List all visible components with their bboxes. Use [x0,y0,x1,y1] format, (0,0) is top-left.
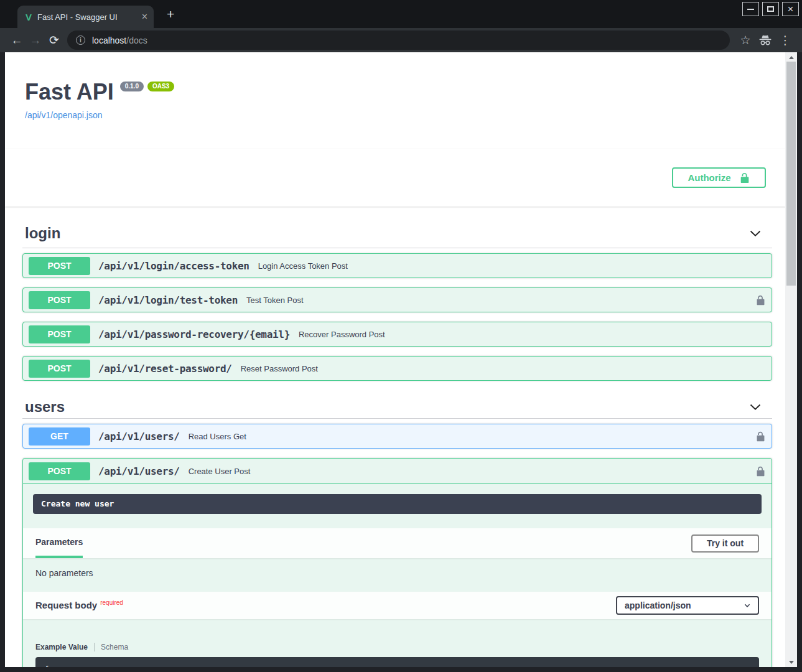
operation-summary: Login Access Token Post [258,261,348,271]
site-info-icon[interactable]: i [76,35,85,45]
bookmark-star-icon[interactable]: ☆ [736,33,755,47]
forward-icon[interactable]: → [26,34,45,47]
browser-titlebar: V Fast API - Swagger UI × + × [0,0,802,28]
tab-title: Fast API - Swagger UI [37,12,135,22]
required-label: required [100,599,123,606]
operation-body: Create new user Parameters Try it out No… [23,494,772,667]
operation-summary: Test Token Post [246,296,304,305]
chevron-down-icon [748,226,770,240]
scroll-up-icon[interactable] [785,53,797,62]
method-badge: GET [29,427,90,446]
operation-row-login-test-token[interactable]: POST /api/v1/login/test-token Test Token… [22,287,772,312]
operation-description: Create new user [33,494,762,514]
chevron-down-icon [744,602,751,609]
reload-icon[interactable]: ⟳ [45,33,63,47]
page-content: Fast API 0.1.0 OAS3 /api/v1/openapi.json… [5,52,785,667]
operation-path: /api/v1/users/ [98,431,180,442]
operation-path: /api/v1/password-recovery/{email} [98,329,290,340]
incognito-icon [755,33,776,48]
parameters-header: Parameters Try it out [23,528,772,558]
authorize-label: Authorize [688,172,730,183]
unlocked-padlock-icon [739,172,750,184]
operation-row-password-recovery[interactable]: POST /api/v1/password-recovery/{email} R… [22,322,772,347]
tag-section-login: login POST /api/v1/login/access-token Lo… [22,219,772,381]
operation-block-create-user: POST /api/v1/users/ Create User Post Cre… [22,458,772,667]
request-body-label: Request body [35,600,97,611]
url-path: /docs [126,35,147,45]
operation-summary: Recover Password Post [299,330,385,339]
api-info: Fast API 0.1.0 OAS3 /api/v1/openapi.json [5,52,785,121]
try-it-out-button[interactable]: Try it out [691,534,759,553]
authorize-button[interactable]: Authorize [672,167,766,188]
chevron-down-icon [748,400,770,414]
browser-menu-icon[interactable]: ⋮ [776,33,795,47]
unlocked-padlock-icon [755,295,766,306]
method-badge: POST [29,462,90,480]
example-area: Example Value Schema { [23,619,772,667]
media-type-value: application/json [625,600,691,610]
oas3-badge: OAS3 [147,82,174,91]
model-tabs: Example Value Schema [35,642,759,652]
section-header-users[interactable]: users [22,396,772,419]
operation-path: /api/v1/users/ [98,465,180,477]
back-icon[interactable]: ← [7,34,26,47]
operation-row-login-access-token[interactable]: POST /api/v1/login/access-token Login Ac… [22,253,772,278]
tab-close-icon[interactable]: × [141,12,149,22]
scheme-container: Authorize [5,149,785,207]
minimize-icon [747,9,754,10]
operation-summary: Reset Password Post [241,364,318,373]
method-badge: POST [29,257,90,275]
method-badge: POST [29,325,90,343]
auth-lock-button[interactable] [755,466,766,477]
page-title: Fast API 0.1.0 OAS3 [25,80,770,105]
section-title: login [25,225,60,242]
section-header-login[interactable]: login [22,219,772,248]
media-type-select[interactable]: application/json [616,596,759,615]
url-host: localhost [92,35,126,45]
no-parameters-text: No parameters [23,558,772,587]
new-tab-button[interactable]: + [163,6,178,22]
tab-schema[interactable]: Schema [94,643,128,651]
operation-row-reset-password[interactable]: POST /api/v1/reset-password/ Reset Passw… [22,356,772,381]
operation-summary: Read Users Get [189,432,246,441]
window-controls: × [742,2,799,16]
maximize-icon [767,6,774,12]
method-badge: POST [29,291,90,309]
request-body-header: Request bodyrequired application/json [23,592,772,619]
maximize-button[interactable] [762,2,779,16]
openapi-spec-link[interactable]: /api/v1/openapi.json [25,110,103,120]
url-text: localhost/docs [92,35,147,45]
unlocked-padlock-icon [755,466,766,477]
scroll-down-icon[interactable] [785,658,797,666]
operation-path: /api/v1/login/access-token [98,260,249,272]
tag-section-users: users GET /api/v1/users/ Read Users Get … [22,396,772,667]
close-button[interactable]: × [782,2,799,16]
url-bar[interactable]: i localhost/docs [67,30,730,50]
auth-lock-button[interactable] [755,295,766,306]
minimize-button[interactable] [742,2,759,16]
site-favicon-icon: V [26,12,32,22]
tab-example-value[interactable]: Example Value [35,643,88,651]
operation-summary-row[interactable]: POST /api/v1/users/ Create User Post [23,459,772,484]
example-code-block: { [35,657,759,667]
operation-summary: Create User Post [189,467,251,476]
api-title-text: Fast API [25,80,114,105]
version-badge: 0.1.0 [120,82,144,91]
section-title: users [25,398,65,416]
operation-row-read-users[interactable]: GET /api/v1/users/ Read Users Get [22,424,772,449]
parameters-tab: Parameters [35,528,83,558]
operation-path: /api/v1/reset-password/ [98,363,232,375]
operation-path: /api/v1/login/test-token [98,294,238,306]
method-badge: POST [29,360,90,378]
page-scrollbar[interactable] [785,52,797,667]
browser-toolbar: ← → ⟳ i localhost/docs ☆ ⋮ [0,28,802,52]
close-icon: × [788,4,794,14]
scrollbar-thumb[interactable] [786,62,796,286]
browser-tab[interactable]: V Fast API - Swagger UI × [17,6,154,28]
auth-lock-button[interactable] [755,431,766,442]
unlocked-padlock-icon [755,431,766,442]
